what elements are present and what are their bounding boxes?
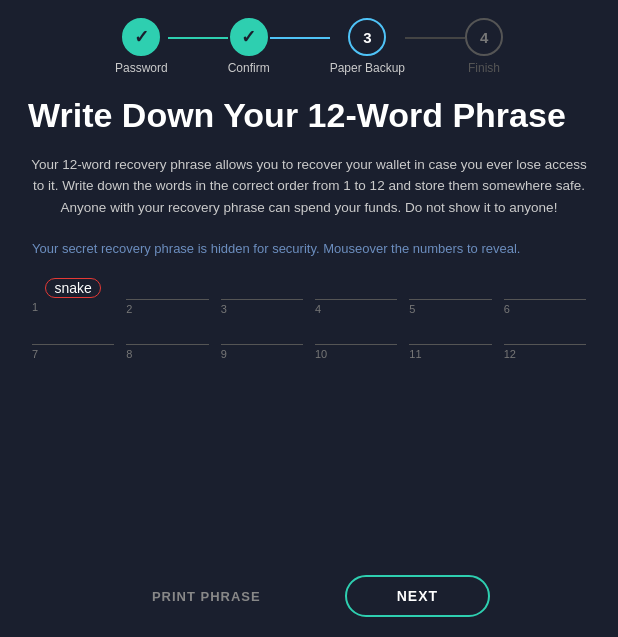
word-value-7 (32, 323, 114, 345)
word-value-5 (409, 278, 491, 300)
step-password: ✓ Password (115, 18, 168, 75)
word-index-7: 7 (32, 348, 38, 360)
checkmark-icon-1: ✓ (134, 26, 149, 48)
step-label-4: Finish (468, 61, 500, 75)
step-label-1: Password (115, 61, 168, 75)
word-cell-3[interactable]: 3 (221, 278, 303, 315)
stepper: ✓ Password ✓ Confirm 3 Paper Backup 4 Fi… (0, 0, 618, 85)
word-index-6: 6 (504, 303, 510, 315)
connector-3 (405, 37, 465, 39)
word-cell-4[interactable]: 4 (315, 278, 397, 315)
step-label-2: Confirm (228, 61, 270, 75)
word-cell-1[interactable]: snake 1 (32, 278, 114, 315)
main-content: Write Down Your 12-Word Phrase Your 12-w… (0, 85, 618, 360)
step-circle-2: ✓ (230, 18, 268, 56)
word-cell-5[interactable]: 5 (409, 278, 491, 315)
step-circle-3: 3 (348, 18, 386, 56)
word-value-12 (504, 323, 586, 345)
word-value-1: snake (45, 278, 100, 298)
word-index-2: 2 (126, 303, 132, 315)
word-index-8: 8 (126, 348, 132, 360)
word-value-11 (409, 323, 491, 345)
next-button[interactable]: NEXT (345, 575, 490, 617)
word-cell-2[interactable]: 2 (126, 278, 208, 315)
description-text: Your 12-word recovery phrase allows you … (28, 154, 590, 219)
step-confirm: ✓ Confirm (228, 18, 270, 75)
step-label-3: Paper Backup (330, 61, 405, 75)
word-cell-7[interactable]: 7 (32, 323, 114, 360)
word-value-2 (126, 278, 208, 300)
step-paper-backup: 3 Paper Backup (330, 18, 405, 75)
word-index-1: 1 (32, 301, 38, 313)
word-value-4 (315, 278, 397, 300)
checkmark-icon-2: ✓ (241, 26, 256, 48)
page-title: Write Down Your 12-Word Phrase (28, 95, 590, 136)
word-cell-9[interactable]: 9 (221, 323, 303, 360)
step-circle-4: 4 (465, 18, 503, 56)
print-phrase-button[interactable]: PRINT PHRASE (128, 577, 285, 616)
bottom-bar: PRINT PHRASE NEXT (0, 561, 618, 637)
word-index-10: 10 (315, 348, 327, 360)
connector-1 (168, 37, 228, 39)
word-value-6 (504, 278, 586, 300)
step-finish: 4 Finish (465, 18, 503, 75)
hint-text: Your secret recovery phrase is hidden fo… (28, 241, 590, 256)
word-cell-8[interactable]: 8 (126, 323, 208, 360)
word-value-3 (221, 278, 303, 300)
step-circle-1: ✓ (122, 18, 160, 56)
word-index-3: 3 (221, 303, 227, 315)
step-number-4: 4 (480, 29, 488, 46)
word-index-4: 4 (315, 303, 321, 315)
word-value-9 (221, 323, 303, 345)
word-index-11: 11 (409, 348, 421, 360)
word-cell-10[interactable]: 10 (315, 323, 397, 360)
word-grid: snake 1 2 3 4 5 6 7 8 (28, 278, 590, 360)
word-index-5: 5 (409, 303, 415, 315)
word-cell-12[interactable]: 12 (504, 323, 586, 360)
word-index-12: 12 (504, 348, 516, 360)
connector-2 (270, 37, 330, 39)
step-number-3: 3 (363, 29, 371, 46)
word-cell-11[interactable]: 11 (409, 323, 491, 360)
word-value-10 (315, 323, 397, 345)
word-value-8 (126, 323, 208, 345)
word-cell-6[interactable]: 6 (504, 278, 586, 315)
word-index-9: 9 (221, 348, 227, 360)
